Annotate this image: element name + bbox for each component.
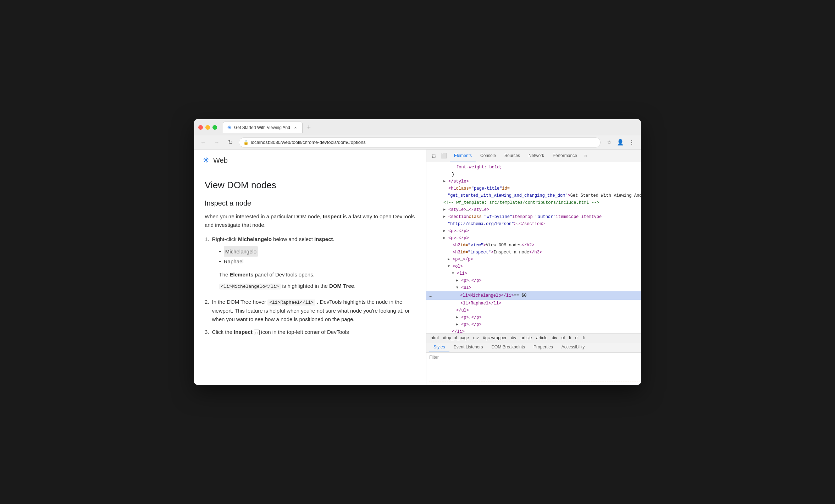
breadcrumb-ul[interactable]: ul [574,335,580,341]
raphael-text: Raphael [224,257,244,266]
list-item-2-content: In the DOM Tree hover <li>Raphael</li> .… [212,298,415,324]
list-num-2: 2. [205,298,209,324]
expand-icon[interactable]: ▶ [443,178,448,185]
dom-line[interactable]: <h1 class= "page-title" id= [426,185,641,192]
section-schema-val: "http://schema.org/Person" [448,221,514,227]
inspect-bold: Inspect [314,236,333,242]
back-button[interactable]: ← [198,138,208,147]
dom-tree[interactable]: font-weight: bold; } ▶ </style> <h [426,162,641,333]
dom-line[interactable]: ▶ <p> … </p> [426,256,641,263]
breadcrumb-li2[interactable]: li [581,335,586,341]
expand-icon[interactable]: ▼ [456,285,461,291]
breadcrumb-div2[interactable]: div [509,335,518,341]
dots: … [516,221,519,227]
menu-button[interactable]: ⋮ [627,138,637,147]
tab-performance[interactable]: Performance [548,150,581,162]
breadcrumb-ol[interactable]: ol [560,335,566,341]
dom-line[interactable]: ▼ <ol> [426,263,641,270]
bookmark-button[interactable]: ☆ [604,138,614,147]
tab-styles[interactable]: Styles [429,342,449,352]
profile-icon: 👤 [617,139,624,146]
tab-accessibility[interactable]: Accessibility [557,342,589,352]
tab-performance-label: Performance [553,153,577,158]
dom-line[interactable]: ▶ <p> … </p> [426,321,641,328]
dom-line[interactable]: ▶ <section class= "wf-byline" itemprop= … [426,213,641,220]
dom-line[interactable]: ▼ <ul> [426,284,641,291]
url-bar[interactable]: 🔒 localhost:8080/web/tools/chrome-devtoo… [239,138,601,147]
dom-line[interactable]: ▶ <p> … </p> [426,235,641,242]
dom-line[interactable]: ▶ <p> … </p> [426,228,641,235]
dots: … [469,314,471,321]
expand-icon [448,242,453,248]
breadcrumb-article1[interactable]: article [519,335,533,341]
tab-elements[interactable]: Elements [450,150,476,162]
tab-close-button[interactable]: × [293,125,298,130]
expand-icon[interactable]: ▼ [448,263,453,270]
breadcrumb-html[interactable]: html [429,335,440,341]
expand-icon[interactable]: ▶ [456,321,461,328]
reload-button[interactable]: ↻ [225,138,235,147]
h3-close-bracket: > [491,249,493,256]
new-tab-button[interactable]: + [304,122,314,132]
breadcrumb-div3[interactable]: div [551,335,559,341]
tab-sources-label: Sources [504,153,520,158]
breadcrumb-li[interactable]: li [568,335,572,341]
expand-icon[interactable]: ▶ [448,256,453,263]
dom-line[interactable]: "get_started_with_viewing_and_changing_t… [426,192,641,199]
dom-line[interactable]: <h3 id= "inspect" > Inspect a node </h3> [426,249,641,256]
filter-input[interactable]: Filter [429,355,641,360]
dom-line[interactable]: ▶ <p> … </p> [426,277,641,284]
li-michelangelo: <li>Michelangelo</li> [460,292,514,299]
dom-line[interactable]: ▼ <li> [426,270,641,277]
dom-line[interactable]: <!-- wf_template: src/templates/contribu… [426,199,641,206]
dom-line[interactable]: ▶ <p> … </p> [426,314,641,321]
forward-button[interactable]: → [212,138,222,147]
dots: … [469,321,471,328]
breadcrumb-top[interactable]: #top_of_page [442,335,470,341]
dom-line[interactable]: <li>Raphael</li> [426,300,641,307]
dom-line[interactable]: font-weight: bold; [426,164,641,171]
dom-line[interactable]: ▶ <style> … </style> [426,206,641,213]
breadcrumb-div1[interactable]: div [472,335,480,341]
traffic-lights [198,125,217,130]
dom-line[interactable]: } [426,171,641,178]
tab-bar: ✳ Get Started With Viewing And × + [223,122,637,133]
tab-dom-breakpoints[interactable]: DOM Breakpoints [487,342,529,352]
breadcrumb-gc-wrapper[interactable]: #gc-wrapper [481,335,508,341]
tab-console[interactable]: Console [476,150,500,162]
expand-icon[interactable]: ▶ [443,207,448,213]
dom-line-selected[interactable]: … <li>Michelangelo</li> == $0 [426,291,641,300]
devtools-inspect-button[interactable]: ⬚ [429,151,438,161]
dom-line[interactable]: <h2 id= "view" > View DOM nodes </h2> [426,242,641,249]
expand-icon[interactable]: ▶ [456,314,461,321]
close-window-button[interactable] [198,125,203,130]
maximize-window-button[interactable] [212,125,217,130]
expand-icon[interactable]: ▶ [443,235,448,241]
dom-line[interactable]: "http://schema.org/Person" > … </section… [426,220,641,228]
tab-network[interactable]: Network [524,150,548,162]
more-tabs-button[interactable]: » [581,151,590,161]
chevron-right-icon: » [584,153,587,159]
tab-properties[interactable]: Properties [529,342,557,352]
expand-icon [443,185,448,192]
tab-sources[interactable]: Sources [500,150,524,162]
browser-tab[interactable]: ✳ Get Started With Viewing And × [223,122,303,133]
dom-line[interactable]: </ul> [426,307,641,314]
li-close: </li> [452,329,465,333]
expand-icon[interactable]: ▶ [456,278,461,284]
list-item-3: 3. Click the Inspect ⬚ icon in the top-l… [205,328,415,336]
dom-line[interactable]: </li> [426,328,641,333]
expand-icon[interactable]: ▶ [443,228,448,234]
p5-end: </p> [471,314,482,321]
devtools-device-button[interactable]: ⬜ [439,151,448,161]
breadcrumb-article2[interactable]: article [535,335,549,341]
minimize-window-button[interactable] [205,125,210,130]
expand-icon[interactable]: ▼ [452,270,457,277]
p2-end: </p> [459,235,469,241]
lock-icon: 🔒 [243,140,249,145]
expand-icon[interactable]: ▶ [443,214,448,220]
tab-event-listeners[interactable]: Event Listeners [449,342,487,352]
dom-line[interactable]: ▶ </style> [426,178,641,185]
profile-button[interactable]: 👤 [615,138,625,147]
dots: … [456,235,459,241]
